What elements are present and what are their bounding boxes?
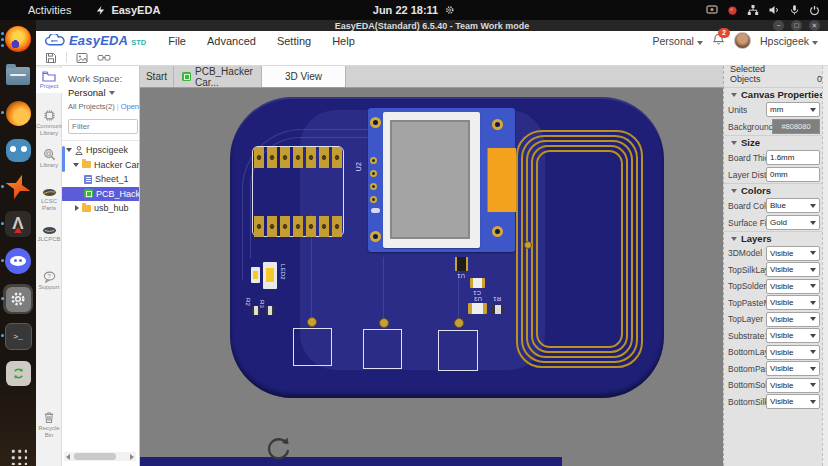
board-thickness-input[interactable]: 1.6mm	[766, 150, 820, 165]
dock-item-godot[interactable]	[3, 135, 33, 165]
properties-panel: Selected Objects 0 Canvas Properties Uni…	[723, 66, 828, 466]
dock-item-files[interactable]	[3, 61, 33, 91]
layer-visibility-select[interactable]: Visible	[766, 312, 820, 327]
layer-visibility-select[interactable]: Visible	[766, 279, 820, 294]
layer-visibility-select[interactable]: Visible	[766, 378, 820, 393]
dock-item-settings[interactable]	[3, 284, 33, 314]
scroll-right-arrow[interactable]	[130, 454, 134, 460]
all-projects-link[interactable]: All Projects(2)	[68, 102, 115, 111]
gear-indicator-icon	[445, 5, 455, 15]
jlcpcb-logo-icon	[42, 226, 57, 235]
panel-scrollbar[interactable]	[822, 66, 828, 466]
collapse-icon	[731, 189, 737, 193]
cloud-logo-icon	[44, 34, 66, 47]
panel-scroll-indicator[interactable]	[62, 146, 65, 172]
sidebar-item-lcsc-parts[interactable]: LCSC Parts	[36, 188, 62, 212]
save-icon[interactable]	[45, 52, 57, 64]
window-titlebar: EasyEDA(Standard) 6.5.40 - Team Work mod…	[36, 20, 828, 31]
godot-icon	[6, 139, 31, 162]
layer-visibility-select[interactable]: Visible	[766, 394, 820, 409]
lcd-pad	[370, 183, 377, 190]
layer-visibility-select[interactable]: Visible	[766, 246, 820, 261]
mounting-hole	[370, 231, 381, 242]
user-menu[interactable]: Hpscigeek	[760, 35, 818, 47]
menu-file[interactable]: File	[168, 35, 186, 47]
menu-advanced[interactable]: Advanced	[207, 35, 256, 47]
dock-item-software-box[interactable]	[3, 358, 33, 388]
rotate-view-icon[interactable]	[263, 433, 293, 463]
sidebar-item-support[interactable]: ? Support	[36, 271, 62, 291]
scroll-left-arrow[interactable]	[66, 454, 70, 460]
filter-input[interactable]	[68, 119, 138, 134]
show-applications-button[interactable]	[3, 441, 33, 466]
dock-item-star-app[interactable]	[3, 172, 33, 202]
close-button[interactable]: ✕	[809, 20, 820, 31]
scrollbar-thumb[interactable]	[74, 453, 116, 460]
search-library-icon	[43, 148, 56, 161]
open-link[interactable]: Open	[121, 102, 139, 111]
board-color-select[interactable]: Blue	[766, 198, 820, 213]
background-color-swatch[interactable]: #808080	[772, 119, 820, 134]
layer-visibility-select[interactable]: Visible	[766, 328, 820, 343]
notifications-button[interactable]: 2	[712, 33, 725, 48]
selected-objects-label: Selected Objects	[730, 64, 793, 84]
3d-glasses-icon[interactable]	[97, 52, 111, 64]
3d-viewport[interactable]: U2	[140, 88, 723, 466]
minimize-button[interactable]: −	[773, 20, 784, 31]
system-tray[interactable]	[706, 4, 820, 16]
section-size[interactable]: Size	[724, 135, 828, 149]
avatar[interactable]	[734, 32, 751, 49]
sidebar-item-library[interactable]: Library	[36, 148, 62, 169]
folder-icon	[82, 205, 91, 212]
chevron-down-icon	[810, 334, 816, 338]
svg-text:?: ?	[47, 273, 50, 279]
tree-item-schematic[interactable]: Sheet_1	[62, 172, 139, 187]
easyeda-logo[interactable]: EasyEDA STD	[36, 33, 146, 48]
surface-finish-select[interactable]: Gold	[766, 215, 820, 230]
power-icon	[809, 5, 820, 16]
workspace-title: Work Space:	[68, 73, 136, 84]
pcb-board[interactable]: U2	[230, 97, 664, 398]
menu-setting[interactable]: Setting	[277, 35, 311, 47]
maximize-button[interactable]: ▢	[791, 20, 802, 31]
sidebar-item-community-library[interactable]: Community Library	[36, 109, 62, 137]
focused-app-menu[interactable]: EasyEDA	[95, 4, 160, 16]
dock-item-firefox[interactable]	[3, 24, 33, 54]
layer-distance-input[interactable]: 0mm	[766, 167, 820, 182]
easyeda-app-icon	[95, 5, 106, 16]
workspace-scope-selector[interactable]: Personal	[68, 87, 136, 98]
section-canvas-properties[interactable]: Canvas Properties	[724, 87, 828, 101]
tree-item-folder[interactable]: usb_hub	[62, 201, 139, 216]
tab-3d-view[interactable]: 3D View	[262, 66, 346, 87]
dock-item-discord[interactable]	[3, 246, 33, 276]
tree-item-pcb-selected[interactable]: PCB_Hacker Ca	[62, 187, 139, 202]
horizontal-scrollbar[interactable]	[64, 452, 136, 461]
dock-item-a-app[interactable]: Λ	[3, 209, 33, 239]
mounting-hole	[492, 119, 503, 130]
sidebar-item-jlcpcb[interactable]: JLCPCB	[36, 226, 62, 243]
activity-bar: Project Community Library Library LCSC P…	[36, 66, 62, 466]
tree-item-folder[interactable]: Hacker Card	[62, 158, 139, 173]
dock-item-orange-app[interactable]	[3, 98, 33, 128]
workspace-selector[interactable]: Personal	[653, 35, 703, 47]
activities-button[interactable]: Activities	[28, 4, 71, 16]
layer-visibility-select[interactable]: Visible	[766, 262, 820, 277]
tab-start[interactable]: Start	[140, 66, 174, 87]
chevron-down-icon	[812, 41, 818, 45]
menu-help[interactable]: Help	[332, 35, 355, 47]
sidebar-item-recycle-bin[interactable]: Recycle Bin	[36, 411, 62, 439]
clock-menu[interactable]: Jun 22 18:11	[373, 4, 455, 16]
layer-visibility-select[interactable]: Visible	[766, 345, 820, 360]
dock-item-terminal[interactable]: >_	[3, 321, 33, 351]
tree-item-user[interactable]: Hpscigeek	[62, 143, 139, 158]
image-export-icon[interactable]	[76, 52, 88, 64]
layer-visibility-select[interactable]: Visible	[766, 295, 820, 310]
layer-visibility-select[interactable]: Visible	[766, 361, 820, 376]
units-select[interactable]: mm	[766, 102, 820, 117]
tab-pcb[interactable]: PCB_Hacker Car...	[174, 66, 262, 87]
section-colors[interactable]: Colors	[724, 183, 828, 197]
lcd-pad	[370, 157, 377, 164]
section-layers[interactable]: Layers	[724, 231, 828, 245]
sidebar-item-project[interactable]: Project	[36, 68, 62, 93]
silkscreen-label-u1: U1	[457, 273, 465, 279]
